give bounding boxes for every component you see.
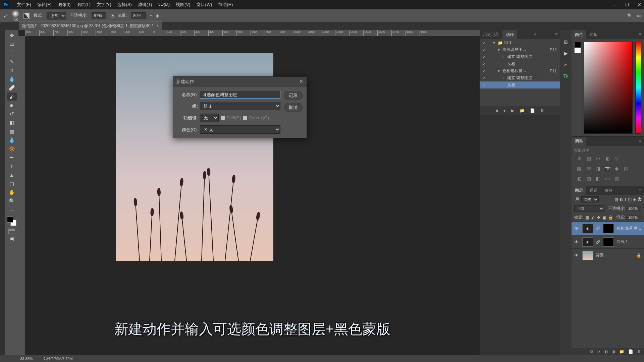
extension-icon-2[interactable]: Tk [562, 72, 570, 80]
layer-mask-icon[interactable]: ◐ [604, 349, 608, 354]
brush-preview-icon[interactable] [11, 10, 19, 18]
adj-hue-icon[interactable]: ▦ [576, 166, 582, 172]
quick-select-tool[interactable]: ✎ [7, 58, 17, 66]
lock-pos-icon[interactable]: ✥ [597, 215, 600, 220]
new-layer-icon[interactable]: 📄 [628, 349, 633, 354]
type-tool[interactable]: T [7, 162, 17, 170]
adj-vibrance-icon[interactable]: ▽ [614, 156, 620, 162]
hand-tool[interactable]: ✋ [7, 188, 17, 196]
tab-actions[interactable]: 动作 [502, 30, 517, 39]
action-name-input[interactable] [200, 91, 280, 99]
document-close-icon[interactable]: × [156, 23, 159, 28]
menu-type[interactable]: 文字(Y) [95, 1, 113, 8]
delete-layer-icon[interactable]: 🗑 [637, 349, 641, 354]
play-extension-icon[interactable]: ▶ [562, 50, 570, 57]
adj-invert-icon[interactable]: ◐ [576, 176, 582, 182]
layers-menu-icon[interactable]: ≡ [636, 186, 644, 195]
tab-channels[interactable]: 通道 [586, 186, 601, 195]
healing-tool[interactable]: 🩹 [7, 84, 17, 92]
workspace-icon[interactable]: ▭ [637, 13, 641, 18]
layer-fx-icon[interactable]: fx [597, 349, 600, 354]
tab-layers[interactable]: 图层 [572, 186, 586, 195]
extension-icon-1[interactable]: ✂ [562, 61, 570, 68]
filter-kind-icon[interactable]: 🔎 [574, 197, 579, 202]
marquee-tool[interactable]: ▭ [7, 40, 17, 48]
color-bg-swatch[interactable] [574, 48, 581, 53]
menu-3d[interactable]: 3D(D) [156, 1, 172, 8]
document-tab[interactable]: 微信图片_2020082106245100.jpg @ 33.3% (色相/饱和… [19, 21, 162, 30]
blur-tool[interactable]: 💧 [7, 136, 17, 144]
adj-bw-icon[interactable]: ◨ [595, 166, 601, 172]
filter-toggle[interactable]: ⏻ [637, 197, 641, 202]
action-row[interactable]: ✓▾📁组 1 [480, 39, 560, 46]
brush-tool[interactable]: 🖌 [7, 93, 17, 101]
extra-tools[interactable]: ⋯ [7, 206, 17, 214]
action-row[interactable]: ✓▾曲线调整图...F12 [480, 46, 560, 53]
adj-map-icon[interactable]: ▭ [604, 176, 610, 182]
menu-window[interactable]: 窗口(W) [194, 1, 214, 8]
adj-brightness-icon[interactable]: ☀ [576, 156, 582, 162]
color-swatch[interactable] [7, 217, 16, 226]
brush-panel-toggle-icon[interactable] [23, 13, 30, 19]
menu-image[interactable]: 图像(I) [56, 1, 72, 8]
adj-levels-icon[interactable]: ▥ [586, 156, 592, 162]
function-key-select[interactable]: 无 [200, 114, 219, 122]
adj-posterize-icon[interactable]: ▨ [586, 176, 592, 182]
lasso-tool[interactable]: ⌒ [7, 49, 17, 57]
zoom-level[interactable]: 33.33% [20, 357, 33, 361]
tab-swatches[interactable]: 色板 [586, 30, 601, 39]
airbrush-icon[interactable]: ༄ [150, 13, 152, 18]
adjust-menu-icon[interactable]: ≡ [636, 137, 644, 146]
action-row[interactable]: ✓反相 [480, 60, 560, 67]
action-row[interactable]: ✓›建立 调整图层 [480, 53, 560, 60]
adj-selective-icon[interactable]: ▥ [614, 176, 620, 182]
record-icon[interactable]: ● [503, 108, 506, 113]
new-fill-icon[interactable]: ◑ [612, 349, 615, 354]
adj-exposure-icon[interactable]: ◐ [604, 156, 610, 162]
play-icon[interactable]: ▶ [511, 108, 514, 113]
cancel-button[interactable]: 取消 [284, 103, 303, 112]
actions-menu-icon[interactable]: ≡ [552, 30, 560, 39]
actions-collapse-icon[interactable]: ›› [531, 30, 539, 39]
color-fg-swatch[interactable] [574, 42, 581, 47]
dialog-titlebar[interactable]: 新建动作 ✕ [173, 77, 307, 87]
gradient-tool[interactable]: ▦ [7, 127, 17, 135]
visibility-icon[interactable]: 👁 [574, 239, 580, 245]
action-row[interactable]: ✓反相 [480, 81, 560, 88]
action-set-select[interactable]: 组 1 [200, 102, 280, 110]
screen-mode-icon[interactable]: ▣ [7, 235, 17, 243]
action-color-select[interactable]: ☒ 无 [200, 125, 280, 134]
hue-slider[interactable] [635, 42, 641, 134]
quick-mask-icon[interactable] [8, 229, 15, 234]
menu-layer[interactable]: 图层(L) [74, 1, 93, 8]
adj-lookup-icon[interactable]: ▤ [623, 166, 629, 172]
menu-filter[interactable]: 滤镜(T) [136, 1, 154, 8]
navigator-icon[interactable]: ⊞ [562, 38, 570, 46]
new-action-icon[interactable]: 📄 [530, 108, 535, 113]
filter-pixel-icon[interactable]: ▧ [614, 197, 618, 202]
flow-input[interactable] [131, 12, 146, 19]
canvas[interactable]: 新建动作 ✕ 名称(N): 组: 组 1 功能键: [25, 36, 480, 355]
tool-preset-icon[interactable]: 🖌 [3, 13, 7, 18]
eyedropper-tool[interactable]: 💧 [7, 75, 17, 83]
visibility-icon[interactable]: 👁 [574, 253, 580, 258]
filter-smart-icon[interactable]: ◈ [633, 197, 636, 202]
adj-curves-icon[interactable]: ⦵ [595, 156, 601, 162]
filter-type-icon[interactable]: T [624, 197, 627, 202]
lock-pixel-icon[interactable]: 🖌 [591, 215, 595, 220]
delete-action-icon[interactable]: 🗑 [540, 108, 544, 113]
lock-trans-icon[interactable]: ▦ [585, 215, 589, 220]
filter-kind-select[interactable]: 类型 [581, 196, 599, 202]
adj-mixer-icon[interactable]: ◆ [614, 166, 620, 172]
record-button[interactable]: 记录 [284, 91, 303, 100]
lock-all-icon[interactable]: 🔒 [608, 215, 613, 220]
filter-adjust-icon[interactable]: ◐ [620, 197, 623, 202]
stamp-tool[interactable]: ⧯ [7, 101, 17, 109]
path-select-tool[interactable]: ▲ [7, 171, 17, 179]
menu-file[interactable]: 文件(F) [15, 1, 33, 8]
menu-select[interactable]: 选择(S) [115, 1, 133, 8]
filter-shape-icon[interactable]: ▢ [628, 197, 632, 202]
menu-view[interactable]: 视图(V) [174, 1, 192, 8]
link-layers-icon[interactable]: ⧉ [590, 349, 593, 354]
history-brush-tool[interactable]: ↺ [7, 110, 17, 118]
